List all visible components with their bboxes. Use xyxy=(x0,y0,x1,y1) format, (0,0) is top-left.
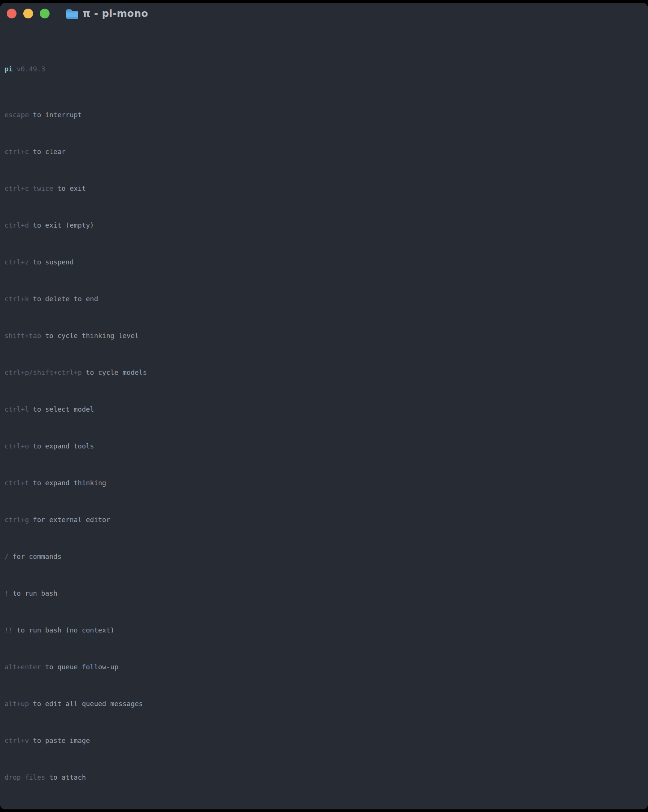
shortcut-key: alt+up xyxy=(5,700,29,708)
shortcut-key: ctrl+t xyxy=(5,479,29,487)
shortcut-key: escape xyxy=(5,111,29,119)
shortcut-key: ctrl+z xyxy=(5,258,29,266)
shortcut-description: to cycle models xyxy=(86,368,147,376)
shortcut-hint: alt+enterto queue follow-up xyxy=(0,662,648,672)
shortcut-key: ctrl+p/shift+ctrl+p xyxy=(5,368,82,376)
shortcut-key: drop files xyxy=(5,773,45,781)
shortcut-description: to select model xyxy=(33,405,94,413)
shortcut-key: ctrl+c twice xyxy=(5,185,53,192)
shortcut-description: for external editor xyxy=(33,516,110,524)
minimize-button[interactable] xyxy=(23,9,33,18)
shortcut-hint: ctrl+dto exit (empty) xyxy=(0,221,648,230)
shortcut-key: shift+tab xyxy=(5,332,41,339)
title-bar[interactable]: π - pi-mono xyxy=(0,3,648,24)
shortcut-key: alt+enter xyxy=(5,663,41,671)
zoom-button[interactable] xyxy=(40,9,50,18)
shortcut-hint: shift+tabto cycle thinking level xyxy=(0,331,648,340)
shortcut-hint: ctrl+zto suspend xyxy=(0,258,648,267)
shortcut-key: ctrl+o xyxy=(5,442,29,450)
shortcut-key: !! xyxy=(5,626,13,634)
shortcut-description: to queue follow-up xyxy=(45,663,118,671)
shortcut-key: ctrl+k xyxy=(5,295,29,303)
app-version: v0.49.3 xyxy=(17,65,46,73)
close-button[interactable] xyxy=(7,9,17,18)
shortcut-key: ! xyxy=(5,589,9,597)
shortcut-description: to edit all queued messages xyxy=(33,700,143,708)
shortcut-hint: ctrl+oto expand tools xyxy=(0,442,648,451)
shortcut-hint: drop filesto attach xyxy=(0,773,648,782)
shortcut-hint: alt+upto edit all queued messages xyxy=(0,699,648,709)
shortcut-key: ctrl+v xyxy=(5,737,29,744)
shortcut-description: to suspend xyxy=(33,258,73,266)
shortcut-hint: escapeto interrupt xyxy=(0,110,648,120)
terminal-window: π - pi-mono piv0.49.3 escapeto interrupt… xyxy=(0,3,648,809)
shortcut-hint: /for commands xyxy=(0,552,648,562)
shortcut-hint: ctrl+vto paste image xyxy=(0,736,648,745)
shortcut-key: / xyxy=(5,553,9,560)
shortcut-description: to paste image xyxy=(33,737,90,744)
shortcut-hint: ctrl+cto clear xyxy=(0,147,648,157)
shortcut-key: ctrl+d xyxy=(5,221,29,229)
shortcut-description: to interrupt xyxy=(33,111,82,119)
shortcut-description: to attach xyxy=(49,773,86,781)
terminal-content: piv0.49.3 escapeto interrupt ctrl+cto cl… xyxy=(0,24,648,809)
shortcut-description: to cycle thinking level xyxy=(45,332,139,339)
shortcut-description: to expand tools xyxy=(33,442,94,450)
shortcut-description: to exit xyxy=(58,185,86,192)
shortcut-key: ctrl+l xyxy=(5,405,29,413)
traffic-lights xyxy=(7,9,50,18)
shortcut-hint: ctrl+gfor external editor xyxy=(0,515,648,525)
shortcut-hint: !to run bash xyxy=(0,589,648,598)
shortcut-hint: ctrl+lto select model xyxy=(0,405,648,414)
shortcut-hint: ctrl+kto delete to end xyxy=(0,295,648,304)
shortcut-hint: ctrl+tto expand thinking xyxy=(0,478,648,488)
folder-icon xyxy=(65,8,78,19)
shortcut-hint: ctrl+p/shift+ctrl+pto cycle models xyxy=(0,368,648,377)
shortcut-key: ctrl+g xyxy=(5,516,29,524)
shortcut-hint: !!to run bash (no context) xyxy=(0,626,648,635)
shortcut-description: to clear xyxy=(33,148,66,156)
shortcut-description: to exit (empty) xyxy=(33,221,94,229)
shortcut-description: to run bash (no context) xyxy=(17,626,114,634)
shortcut-key: ctrl+c xyxy=(5,148,29,156)
shortcut-hint: ctrl+c twiceto exit xyxy=(0,184,648,194)
shortcut-description: to expand thinking xyxy=(33,479,106,487)
shortcut-description: to delete to end xyxy=(33,295,98,303)
window-title: π - pi-mono xyxy=(82,9,148,18)
shortcut-description: for commands xyxy=(13,553,62,560)
app-name: pi xyxy=(5,65,13,73)
app-version-line: piv0.49.3 xyxy=(0,65,648,74)
shortcut-description: to run bash xyxy=(13,589,58,597)
